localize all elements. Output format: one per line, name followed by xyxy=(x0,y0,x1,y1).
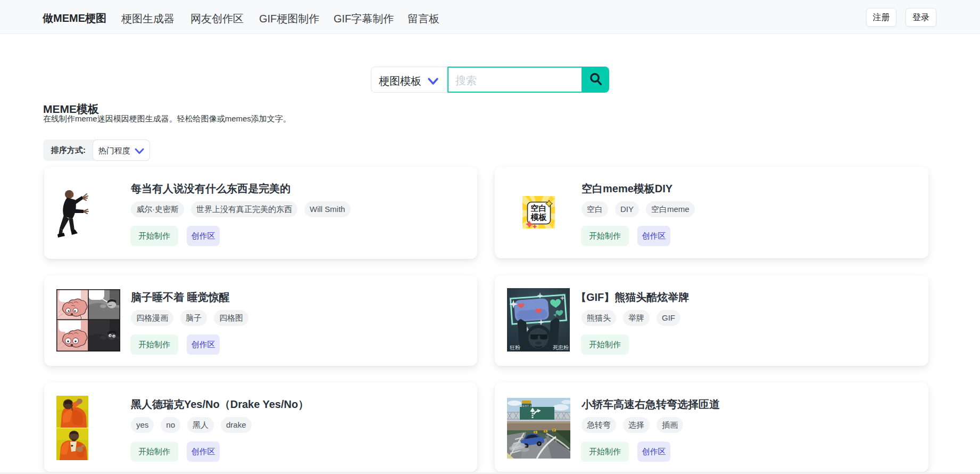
svg-text:EXIT 12: EXIT 12 xyxy=(522,404,533,407)
svg-text:模板: 模板 xyxy=(530,213,547,222)
svg-text:狂粉: 狂粉 xyxy=(510,345,520,350)
svg-text:空白: 空白 xyxy=(531,203,547,213)
svg-text:死忠粉: 死忠粉 xyxy=(553,345,569,350)
